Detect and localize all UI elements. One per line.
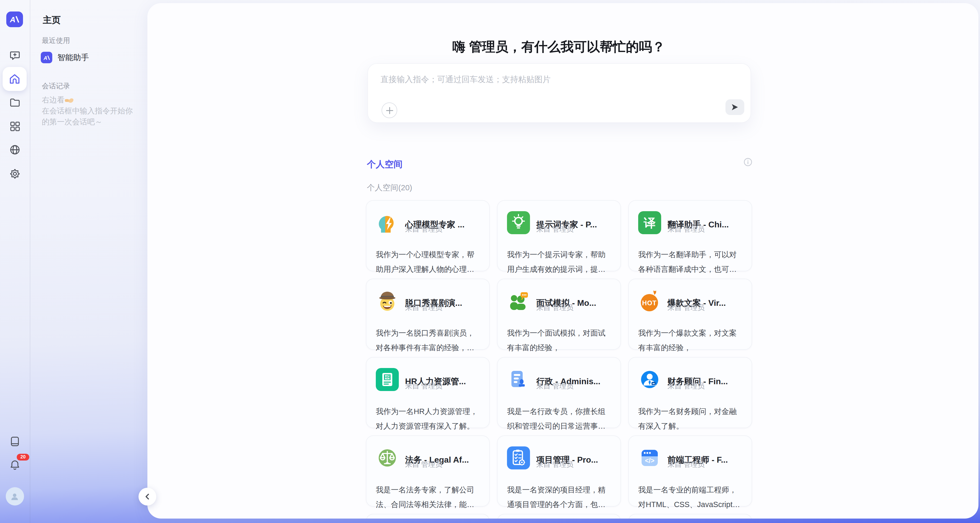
assistant-card[interactable]: 脱口秀喜剧演... 来自 管理员 我作为一名脱口秀喜剧演员，对各种事件有丰富的经…	[366, 279, 490, 350]
assistant-card[interactable]: HOT 爆款文案 - Vir... 来自 管理员 我作为一个爆款文案，对文案有丰…	[628, 279, 752, 350]
history-section-label: 会话记录	[42, 81, 70, 91]
assistant-logo-icon: A	[41, 52, 52, 63]
legal-scales-icon	[376, 447, 399, 469]
assistant-card[interactable]: 法务 - Legal Af... 来自 管理员 我是一名法务专家，了解公司法、合…	[366, 436, 490, 507]
home-icon	[8, 73, 21, 85]
assistant-card[interactable]: 行政 - Adminis... 来自 管理员 我是一名行政专员，你擅长组织和管理…	[497, 357, 620, 428]
assistant-card[interactable]: 面试模拟 - Mo... 来自 管理员 我作为一个面试模拟，对面试有丰富的经验，	[497, 279, 620, 350]
svg-text:HOT: HOT	[642, 299, 657, 307]
hot-flame-icon: HOT	[638, 289, 661, 313]
psychology-head-icon	[376, 211, 399, 234]
history-hint-line1: 右边看👉	[42, 95, 133, 107]
assistant-card-partial[interactable]	[628, 514, 752, 518]
personal-space-count: 个人空间(20)	[367, 183, 412, 193]
frontend-code-icon: </>	[638, 447, 661, 469]
interview-people-icon	[507, 289, 530, 313]
assistant-card[interactable]: 财务顾问 - Fin... 来自 管理员 我作为一名财务顾问，对金融有深入了解。	[628, 357, 752, 428]
command-input[interactable]	[368, 64, 776, 117]
user-avatar[interactable]	[5, 487, 24, 506]
settings-gear-icon[interactable]	[9, 168, 21, 180]
chevron-left-icon	[143, 493, 151, 501]
sidebar-item-home-active[interactable]	[3, 67, 27, 91]
svg-text:</>: </>	[645, 457, 654, 464]
comedian-face-icon	[376, 289, 399, 313]
notifications-bell-icon[interactable]	[9, 459, 21, 471]
pointing-right-icon	[65, 95, 73, 107]
lightbulb-icon	[507, 211, 530, 234]
greeting-title: 嗨 管理员，有什么我可以帮忙的吗？	[367, 38, 751, 56]
left-rail: A 20	[0, 0, 30, 523]
svg-text:A: A	[10, 15, 16, 24]
attach-plus-button[interactable]	[382, 102, 397, 118]
assistant-card[interactable]: 提示词专家 - P... 来自 管理员 我作为一个提示词专家，帮助用户生成有效的…	[497, 200, 620, 271]
admin-stamp-icon	[507, 368, 530, 391]
page-title: 主页	[43, 14, 60, 26]
globe-icon[interactable]	[9, 144, 21, 156]
assistant-label: 智能助手	[57, 52, 89, 62]
assistant-card-grid: 心理模型专家 ... 来自 管理员 我作为一个心理模型专家，帮助用户深入理解人物…	[366, 200, 752, 518]
command-composer	[368, 63, 751, 123]
history-hint-line2: 在会话框中输入指令开始你的第一次会话吧～	[42, 106, 133, 127]
send-arrow-icon	[731, 103, 739, 111]
svg-text:HR: HR	[384, 375, 390, 380]
assistant-card-partial[interactable]	[366, 514, 490, 518]
sidebar-item-assistant[interactable]: A 智能助手	[41, 52, 89, 63]
recent-section-label: 最近使用	[42, 36, 70, 46]
assistant-card[interactable]: HR HR人力资源管... 来自 管理员 我作为一名HR人力资源管理，对人力资源…	[366, 357, 490, 428]
assistant-card[interactable]: 心理模型专家 ... 来自 管理员 我作为一个心理模型专家，帮助用户深入理解人物…	[366, 200, 490, 271]
svg-text:译: 译	[643, 216, 656, 230]
notification-badge: 20	[17, 454, 29, 460]
assistant-card[interactable]: 译 翻译助手 - Chi... 来自 管理员 我作为一名翻译助手，可以对各种语言…	[628, 200, 752, 271]
handbook-icon[interactable]	[9, 436, 21, 447]
info-circle-icon[interactable]	[744, 158, 752, 166]
main-panel: 嗨 管理员，有什么我可以帮忙的吗？ 个人空间 个人空间(20) 心理模型专家 .…	[147, 3, 978, 518]
project-clipboard-icon	[507, 447, 530, 469]
finance-advisor-icon	[638, 368, 661, 391]
secondary-sidebar: 主页 最近使用 A 智能助手 会话记录 右边看👉 在会话框中输入指令开始你的第一…	[30, 0, 147, 523]
apps-grid-icon[interactable]	[9, 120, 21, 132]
person-icon	[10, 491, 20, 502]
plus-icon	[385, 107, 393, 114]
personal-space-title[interactable]: 个人空间	[367, 158, 402, 170]
assistant-card-partial[interactable]	[497, 514, 620, 518]
svg-text:A: A	[43, 55, 47, 60]
sidebar-collapse-button[interactable]	[138, 488, 156, 506]
send-button[interactable]	[725, 99, 744, 115]
folder-icon[interactable]	[9, 97, 21, 109]
app-root: A 20	[0, 0, 980, 523]
hr-document-icon: HR	[376, 368, 399, 391]
app-logo[interactable]: A	[6, 11, 23, 27]
assistant-card[interactable]: </> 前端工程师 - F... 来自 管理员 我是一名专业的前端工程师，对HT…	[628, 436, 752, 507]
translate-icon: 译	[638, 211, 661, 234]
new-chat-icon[interactable]	[9, 50, 21, 62]
assistant-card[interactable]: 项目管理 - Pro... 来自 管理员 我是一名资深的项目经理，精通项目管理的…	[497, 436, 620, 507]
logo-a-icon: A	[9, 14, 21, 25]
